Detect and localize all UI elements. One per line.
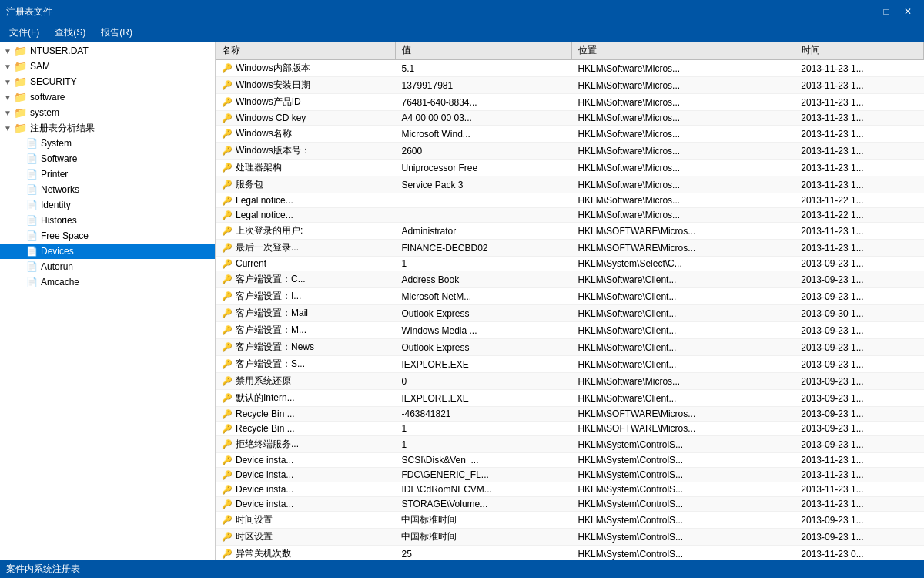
tree-item-analysis[interactable]: ▼📁注册表分析结果 [0,120,215,136]
cell-value: FINANCE-DECBD02 [395,240,571,257]
table-row[interactable]: 🔑默认的Intern... IEXPLORE.EXE HKLM\Software… [216,390,924,407]
minimize-button[interactable]: ─ [855,4,875,19]
table-row[interactable]: 🔑Device insta... IDE\CdRomNECVM... HKLM\… [216,482,924,497]
col-value[interactable]: 值 [395,42,571,60]
cell-value: Uniprocessor Free [395,160,571,176]
col-time[interactable]: 时间 [795,42,923,60]
table-row[interactable]: 🔑客户端设置：C... Address Book HKLM\Software\C… [216,271,924,288]
table-row[interactable]: 🔑最后一次登录... FINANCE-DECBD02 HKLM\SOFTWARE… [216,240,924,257]
table-row[interactable]: 🔑处理器架构 Uniprocessor Free HKLM\Software\M… [216,160,924,176]
menu-find[interactable]: 查找(S) [49,25,92,41]
restore-button[interactable]: □ [876,4,896,19]
tree-item-histories[interactable]: 📄Histories [0,213,215,228]
table-row[interactable]: 🔑Current 1 HKLM\System\Select\C... 2013-… [216,257,924,271]
tree-item-label: Autorun [41,261,73,272]
cell-time: 2013-11-23 1... [795,60,923,77]
menu-report[interactable]: 报告(R) [95,25,139,41]
cell-value: A4 00 00 00 03... [395,111,571,126]
table-body: 🔑Windows内部版本 5.1 HKLM\Software\Micros...… [216,60,924,560]
close-button[interactable]: ✕ [898,4,918,19]
table-row[interactable]: 🔑Recycle Bin ... -463841821 HKLM\SOFTWAR… [216,407,924,422]
cell-name: 🔑上次登录的用户: [216,223,395,240]
tree-item-system2[interactable]: 📄System [0,136,215,151]
table-row[interactable]: 🔑客户端设置：M... Windows Media ... HKLM\Softw… [216,322,924,339]
col-location[interactable]: 位置 [571,42,795,60]
title-bar-controls: ─ □ ✕ [855,4,918,19]
cell-location: HKLM\SOFTWARE\Micros... [571,422,795,436]
row-icon: 🔑 [222,146,233,155]
cell-time: 2013-09-23 1... [795,339,923,356]
table-row[interactable]: 🔑Windows版本号： 2600 HKLM\Software\Micros..… [216,143,924,160]
table-row[interactable]: 🔑客户端设置：Mail Outlook Express HKLM\Softwar… [216,305,924,322]
tree-item-software2[interactable]: 📄Software [0,151,215,166]
tree-item-label: system [30,107,59,118]
table-row[interactable]: 🔑禁用系统还原 0 HKLM\Software\Micros... 2013-0… [216,373,924,390]
tree-item-security[interactable]: ▼📁SECURITY [0,74,215,89]
cell-time: 2013-09-23 1... [795,390,923,407]
cell-value: Microsoft Wind... [395,126,571,143]
page-icon: 📄 [26,215,38,226]
row-icon: 🔑 [222,113,233,123]
cell-value: -463841821 [395,407,571,422]
table-row[interactable]: 🔑Device insta... STORAGE\Volume... HKLM\… [216,497,924,512]
col-name[interactable]: 名称 [216,42,395,60]
table-row[interactable]: 🔑时区设置 中国标准时间 HKLM\System\ControlS... 201… [216,529,924,546]
cell-value: Service Pack 3 [395,176,571,193]
table-row[interactable]: 🔑Windows内部版本 5.1 HKLM\Software\Micros...… [216,60,924,77]
table-row[interactable]: 🔑Windows名称 Microsoft Wind... HKLM\Softwa… [216,126,924,143]
cell-time: 2013-11-23 1... [795,453,923,468]
table-row[interactable]: 🔑客户端设置：S... IEXPLORE.EXE HKLM\Software\C… [216,356,924,373]
table-row[interactable]: 🔑客户端设置：News Outlook Express HKLM\Softwar… [216,339,924,356]
row-icon: 🔑 [222,549,233,558]
tree-item-sam[interactable]: ▼📁SAM [0,59,215,74]
tree-item-networks[interactable]: 📄Networks [0,182,215,197]
cell-value: SCSI\Disk&Ven_... [395,453,571,468]
row-icon: 🔑 [222,243,233,252]
table-row[interactable]: 🔑拒绝终端服务... 1 HKLM\System\ControlS... 201… [216,436,924,453]
menu-file[interactable]: 文件(F) [3,25,45,41]
table-row[interactable]: 🔑异常关机次数 25 HKLM\System\ControlS... 2013-… [216,546,924,560]
tree-item-ntuser[interactable]: ▼📁NTUSER.DAT [0,43,215,59]
row-icon: 🔑 [222,226,233,235]
cell-name: 🔑Device insta... [216,497,395,512]
table-row[interactable]: 🔑Legal notice... HKLM\Software\Micros...… [216,208,924,223]
row-icon: 🔑 [222,129,233,138]
table-row[interactable]: 🔑Device insta... FDC\GENERIC_FL... HKLM\… [216,468,924,482]
tree-item-autorun[interactable]: 📄Autorun [0,259,215,274]
table-row[interactable]: 🔑Windows安装日期 1379917981 HKLM\Software\Mi… [216,77,924,94]
page-icon: 📄 [26,184,38,195]
table-row[interactable]: 🔑客户端设置：I... Microsoft NetM... HKLM\Softw… [216,288,924,305]
status-bar: 案件内系统注册表 [0,560,924,578]
row-icon: 🔑 [222,532,233,541]
table-row[interactable]: 🔑Windows CD key A4 00 00 00 03... HKLM\S… [216,111,924,126]
cell-value: IEXPLORE.EXE [395,356,571,373]
table-row[interactable]: 🔑服务包 Service Pack 3 HKLM\Software\Micros… [216,176,924,193]
table-row[interactable]: 🔑Device insta... SCSI\Disk&Ven_... HKLM\… [216,453,924,468]
cell-location: HKLM\System\ControlS... [571,468,795,482]
cell-value: 中国标准时间 [395,529,571,546]
tree-item-amcache[interactable]: 📄Amcache [0,274,215,290]
cell-name: 🔑Windows内部版本 [216,60,395,77]
tree-item-devices[interactable]: 📄Devices [0,244,215,259]
menu-bar: 文件(F) 查找(S) 报告(R) [0,23,924,42]
tree-item-system[interactable]: ▼📁system [0,105,215,120]
cell-value [395,193,571,208]
table-row[interactable]: 🔑Recycle Bin ... 1 HKLM\SOFTWARE\Micros.… [216,422,924,436]
row-icon: 🔑 [222,210,233,220]
folder-icon: 📁 [14,122,27,134]
table-row[interactable]: 🔑Windows产品ID 76481-640-8834... HKLM\Soft… [216,94,924,111]
table-row[interactable]: 🔑上次登录的用户: Administrator HKLM\SOFTWARE\Mi… [216,223,924,240]
row-icon: 🔑 [222,342,233,351]
main-container: ▼📁NTUSER.DAT▼📁SAM▼📁SECURITY▼📁software▼📁s… [0,42,924,560]
table-row[interactable]: 🔑Legal notice... HKLM\Software\Micros...… [216,193,924,208]
tree-item-printer[interactable]: 📄Printer [0,166,215,182]
tree-item-identity[interactable]: 📄Identity [0,197,215,213]
cell-location: HKLM\System\Select\C... [571,257,795,271]
tree-item-software[interactable]: ▼📁software [0,89,215,105]
cell-value: Outlook Express [395,339,571,356]
cell-location: HKLM\Software\Micros... [571,126,795,143]
cell-name: 🔑Device insta... [216,468,395,482]
tree-item-freespace[interactable]: 📄Free Space [0,228,215,244]
cell-time: 2013-11-23 1... [795,160,923,176]
table-row[interactable]: 🔑时间设置 中国标准时间 HKLM\System\ControlS... 201… [216,512,924,529]
